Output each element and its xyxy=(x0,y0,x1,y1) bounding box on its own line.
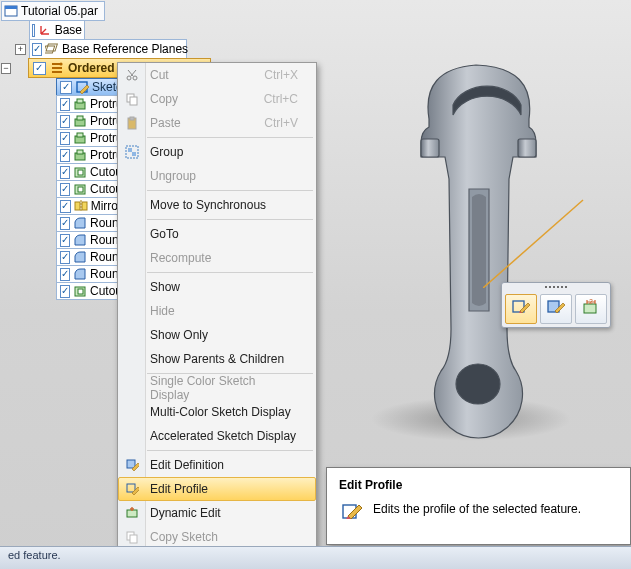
menu-cut: CutCtrl+X xyxy=(118,63,316,87)
menu-copy: CopyCtrl+C xyxy=(118,87,316,111)
menu-showonly[interactable]: Show Only xyxy=(118,323,316,347)
menu-item-label: Accelerated Sketch Display xyxy=(150,429,296,443)
tree-item-label: Roun xyxy=(90,233,119,247)
svg-rect-27 xyxy=(78,289,83,294)
menu-item-label: Copy xyxy=(150,92,178,106)
menu-recompute: Recompute xyxy=(118,246,316,270)
protrusion-icon xyxy=(73,97,87,111)
menu-editdef[interactable]: Edit Definition xyxy=(118,453,316,477)
part-icon xyxy=(4,4,18,18)
svg-rect-6 xyxy=(5,6,17,9)
edit-profile-icon xyxy=(511,299,531,320)
menu-goto[interactable]: GoTo xyxy=(118,222,316,246)
tree-feature-protrusion[interactable]: Protru xyxy=(56,112,122,130)
checkbox[interactable] xyxy=(60,98,70,111)
toolbar-edit-profile-icon[interactable] xyxy=(505,294,537,324)
tree-feature-sketch[interactable]: Sketc xyxy=(56,78,126,96)
checkbox[interactable] xyxy=(60,217,70,230)
cutout-icon xyxy=(73,165,87,179)
tree-item-label: Roun xyxy=(90,267,119,281)
menu-ungroup: Ungroup xyxy=(118,164,316,188)
protrusion-icon xyxy=(73,131,87,145)
checkbox[interactable] xyxy=(60,200,71,213)
expand-toggle[interactable]: + xyxy=(15,44,26,55)
svg-point-9 xyxy=(59,62,62,65)
floating-toolbar[interactable]: 2 xyxy=(501,282,611,328)
menu-editprof[interactable]: Edit Profile xyxy=(118,477,316,501)
status-bar: ed feature. xyxy=(0,546,631,569)
svg-rect-2 xyxy=(421,139,439,157)
toolbar-grip[interactable] xyxy=(502,283,610,291)
menu-item-label: Multi-Color Sketch Display xyxy=(150,405,291,419)
menu-item-label: Show xyxy=(150,280,180,294)
svg-rect-20 xyxy=(78,170,83,175)
menu-item-label: Show Parents & Children xyxy=(150,352,284,366)
toolbar-dynamic-edit-icon[interactable]: 2 xyxy=(575,294,607,324)
checkbox[interactable] xyxy=(32,24,35,37)
tree-feature-cutout[interactable]: Cutou xyxy=(56,282,122,300)
checkbox[interactable] xyxy=(60,115,70,128)
tree-item-label: Mirro xyxy=(91,199,118,213)
coordsys-icon xyxy=(38,23,52,37)
svg-rect-14 xyxy=(77,116,83,120)
menu-item-shortcut: Ctrl+V xyxy=(264,116,298,130)
checkbox[interactable] xyxy=(60,251,70,264)
menu-movesync[interactable]: Move to Synchronous xyxy=(118,193,316,217)
tree-base[interactable]: Base xyxy=(29,20,85,40)
checkbox[interactable] xyxy=(60,183,70,196)
checkbox[interactable] xyxy=(60,234,70,247)
svg-point-28 xyxy=(127,76,131,80)
copy-icon xyxy=(123,90,141,108)
tree-item-label: Base Reference Planes xyxy=(62,42,188,56)
tree-item-label: Base xyxy=(55,23,82,37)
tree-feature-mirror[interactable]: Mirro xyxy=(56,197,122,215)
checkbox[interactable] xyxy=(33,62,46,75)
menu-dynedit[interactable]: Dynamic Edit xyxy=(118,501,316,525)
tree-feature-protrusion[interactable]: Protru xyxy=(56,95,122,113)
checkbox[interactable] xyxy=(60,81,72,94)
tree-root-label: Tutorial 05.par xyxy=(21,4,98,18)
expand-toggle[interactable]: − xyxy=(1,63,11,74)
tree-feature-round[interactable]: Roun xyxy=(56,265,122,283)
tree-feature-round[interactable]: Roun xyxy=(56,214,122,232)
checkbox[interactable] xyxy=(60,132,70,145)
checkbox[interactable] xyxy=(60,285,70,298)
round-icon xyxy=(73,250,87,264)
toolbar-edit-definition-icon[interactable] xyxy=(540,294,572,324)
checkbox[interactable] xyxy=(60,149,70,162)
edit-profile-icon xyxy=(339,502,363,526)
menu-accel[interactable]: Accelerated Sketch Display xyxy=(118,424,316,448)
tree-feature-cutout[interactable]: Cutou xyxy=(56,163,122,181)
tree-feature-protrusion[interactable]: Protru xyxy=(56,129,122,147)
svg-rect-23 xyxy=(75,202,80,210)
menu-item-shortcut: Ctrl+C xyxy=(264,92,298,106)
svg-rect-33 xyxy=(130,117,134,120)
menu-single: Single Color Sketch Display xyxy=(118,376,316,400)
tree-feature-protrusion[interactable]: Protru xyxy=(56,146,122,164)
checkbox[interactable] xyxy=(60,166,70,179)
menu-show[interactable]: Show xyxy=(118,275,316,299)
menu-item-label: Edit Profile xyxy=(150,482,208,496)
menu-hide: Hide xyxy=(118,299,316,323)
tree-feature-round[interactable]: Roun xyxy=(56,231,122,249)
protrusion-icon xyxy=(73,114,87,128)
ordered-icon xyxy=(50,61,64,75)
planes-icon xyxy=(45,42,59,56)
svg-rect-24 xyxy=(82,202,87,210)
menu-group[interactable]: Group xyxy=(118,140,316,164)
model-viewport[interactable] xyxy=(361,49,588,449)
checkbox[interactable] xyxy=(32,43,42,56)
tree-feature-round[interactable]: Roun xyxy=(56,248,122,266)
menu-multi[interactable]: Multi-Color Sketch Display xyxy=(118,400,316,424)
checkbox[interactable] xyxy=(60,268,70,281)
tree-root[interactable]: Tutorial 05.par xyxy=(1,1,105,21)
svg-rect-35 xyxy=(128,148,132,152)
menu-showpc[interactable]: Show Parents & Children xyxy=(118,347,316,371)
tree-ref-planes[interactable]: Base Reference Planes xyxy=(29,39,187,59)
svg-rect-22 xyxy=(78,187,83,192)
menu-paste: PasteCtrl+V xyxy=(118,111,316,135)
menu-item-label: Edit Definition xyxy=(150,458,224,472)
menu-item-label: Dynamic Edit xyxy=(150,506,221,520)
tree-feature-cutout[interactable]: Cutou xyxy=(56,180,122,198)
protrusion-icon xyxy=(73,148,87,162)
